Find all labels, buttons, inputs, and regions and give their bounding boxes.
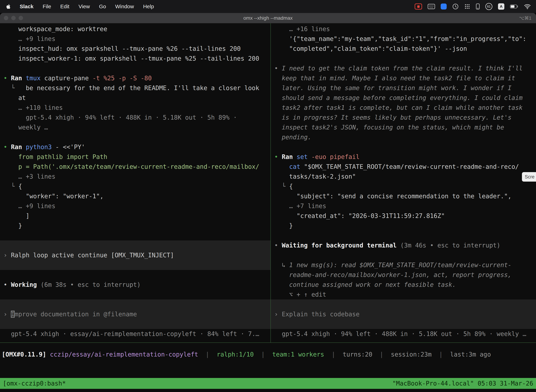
terminal-line: … +16 lines (271, 24, 536, 34)
terminal-line (0, 132, 270, 142)
terminal-line (271, 142, 536, 152)
terminal-line: └ { (0, 182, 270, 191)
terminal-line (0, 260, 270, 270)
terminal-line: later. Using the same for transition mig… (271, 83, 536, 93)
terminal-line: keep that in mind. Maybe I also need the… (271, 73, 536, 83)
terminal-line: … +3 lines (0, 172, 270, 182)
tmux-host-clock: "MacBook-Pro-44.local" 05:03 31-Mar-26 (392, 378, 533, 389)
window-shortcut-hint: ⌥⌘1 (519, 13, 531, 23)
menu-edit[interactable]: Edit (56, 4, 74, 9)
terminal-line: weekly … (0, 122, 270, 132)
clock-icon[interactable] (452, 3, 459, 10)
terminal-line (0, 299, 270, 309)
apple-logo-icon (6, 4, 10, 9)
screenshot-preview-overlay[interactable]: Scre (522, 172, 536, 182)
terminal-line: inspect_hud: omx sparkshell --tmux-pane … (0, 44, 270, 54)
terminal-line: } (0, 221, 270, 231)
terminal-line: └ { (271, 182, 536, 191)
menu-view[interactable]: View (74, 4, 94, 9)
terminal-line (0, 231, 270, 240)
terminal-line: workspace_mode: worktree (0, 24, 270, 34)
terminal-line (271, 319, 536, 329)
terminal-line: ] (0, 211, 270, 221)
input-source-icon[interactable]: A (498, 3, 504, 10)
omx-statusline: [OMX#0.11.9] cczip/essay/ai-reimplementa… (0, 350, 491, 359)
terminal-line: ⌥ + ↑ edit (271, 289, 536, 299)
terminal-line: cat "$OMX_TEAM_STATE_ROOT/team/review-cu… (271, 162, 536, 172)
terminal-line: tasks/task-2.json" (271, 172, 536, 182)
menu-window[interactable]: Window (111, 4, 139, 9)
phone-icon[interactable] (476, 4, 480, 9)
wifi-icon[interactable] (524, 4, 531, 9)
terminal-line: p = Path('.omx/state/team/review-current… (0, 162, 270, 172)
pane-divider-horizontal[interactable] (0, 342, 536, 343)
app-grid-icon[interactable] (464, 4, 470, 9)
desktop: Slack FileEditViewGoWindowHelp 61 A (0, 0, 536, 392)
input-source-letter: A (500, 4, 502, 9)
raycast-icon[interactable] (441, 4, 447, 9)
menubar-left: Slack FileEditViewGoWindowHelp (4, 4, 158, 9)
composer-input[interactable]: › Explain this codebase (271, 309, 536, 319)
terminal-line: from pathlib import Path (0, 152, 270, 162)
terminal-line: └ be necessary for the end of the README… (0, 83, 270, 93)
terminal-line (0, 289, 270, 299)
keyboard-icon[interactable] (428, 4, 435, 9)
window-title: omx --xhigh --madmax (0, 13, 536, 23)
terminal-line (0, 63, 270, 73)
terminal-line (0, 270, 270, 280)
terminal-line: inspect_worker-1: omx sparkshell --tmux-… (0, 54, 270, 63)
terminal-line: gpt-5.4 xhigh · 94% left · 488K in · 5.1… (0, 112, 270, 122)
terminal-window: omx --xhigh --madmax ⌥⌘1 workspace_mode:… (0, 13, 536, 392)
terminal-line: ↳ 1 new msg(s): read $OMX_TEAM_STATE_ROO… (271, 260, 536, 270)
terminal-line: at (0, 93, 270, 103)
terminal-line: inspect task2's JSON, focusing on the st… (271, 122, 536, 132)
terminal-line (0, 319, 270, 329)
terminal-line: • Waiting for background terminal (3m 46… (271, 240, 536, 250)
terminal-line: should send a message before completing … (271, 93, 536, 103)
tmux-session-label: [omx-cczip0:bash* (3, 378, 66, 389)
battery-percentage-value: 61 (487, 5, 491, 9)
menubar-status-icons: 61 A (415, 3, 532, 10)
ralph-loop-banner: › Ralph loop active continue [OMX_TMUX_I… (0, 250, 270, 260)
terminal-line: … +9 lines (0, 34, 270, 44)
menu-app-slack[interactable]: Slack (15, 4, 38, 9)
terminal-line: … +9 lines (0, 201, 270, 211)
terminal-line: "completed","claim_token":"claim-token"}… (271, 44, 536, 54)
terminal-line (271, 54, 536, 63)
terminal-line: continue assigned work or next feasible … (271, 280, 536, 289)
menu-help[interactable]: Help (139, 4, 159, 9)
tmux-status-bar: [omx-cczip0:bash* "MacBook-Pro-44.local"… (0, 378, 536, 389)
window-titlebar[interactable]: omx --xhigh --madmax ⌥⌘1 (0, 13, 536, 23)
menu-go[interactable]: Go (94, 4, 111, 9)
screen-recording-stop-icon[interactable] (415, 4, 422, 9)
terminal-line: '{"team_name":"my-team","task_id":"1","f… (271, 34, 536, 44)
right-pane: … +16 lines '{"team_name":"my-team","tas… (271, 24, 536, 339)
battery-percentage-badge[interactable]: 61 (485, 3, 492, 10)
terminal-line: • Ran python3 - <<'PY' (0, 142, 270, 152)
menubar-menus: FileEditViewGoWindowHelp (38, 4, 158, 9)
terminal-line: … +7 lines (271, 201, 536, 211)
terminal-line: gpt-5.4 xhigh · 94% left · 488K in · 5.1… (271, 329, 536, 339)
terminal-line (271, 299, 536, 309)
terminal-line: … +110 lines (0, 103, 270, 112)
menubar: Slack FileEditViewGoWindowHelp 61 A (0, 0, 536, 13)
terminal-line: • Ran tmux capture-pane -t %25 -p -S -80 (0, 73, 270, 83)
terminal-line: readme-and-reco/mailbox/worker-1.json, a… (271, 270, 536, 280)
terminal-line (0, 240, 270, 250)
terminal-line: gpt-5.4 xhigh · essay/ai-reimplementatio… (0, 329, 270, 339)
terminal-line: pending. (271, 132, 536, 142)
terminal-line: "subject": "send a concise recommendatio… (271, 191, 536, 201)
terminal-line: is in progress? It seems likely but perh… (271, 112, 536, 122)
terminal-line: task2 after task1 is complete, but can I… (271, 103, 536, 112)
pane-divider-vertical[interactable] (270, 23, 271, 342)
menu-file[interactable]: File (38, 4, 56, 9)
terminal-line: "worker": "worker-1", (0, 191, 270, 201)
terminal-line (271, 250, 536, 260)
terminal-line: • Ran set -euo pipefail (271, 152, 536, 162)
composer-input[interactable]: › Improve documentation in @filename (0, 309, 270, 319)
terminal-line: } (271, 221, 536, 231)
terminal-line: • I need to get the claim token from the… (271, 63, 536, 73)
apple-menu[interactable] (4, 4, 15, 9)
battery-icon[interactable] (510, 5, 518, 9)
terminal-line: "created_at": "2026-03-31T11:59:27.816Z" (271, 211, 536, 221)
